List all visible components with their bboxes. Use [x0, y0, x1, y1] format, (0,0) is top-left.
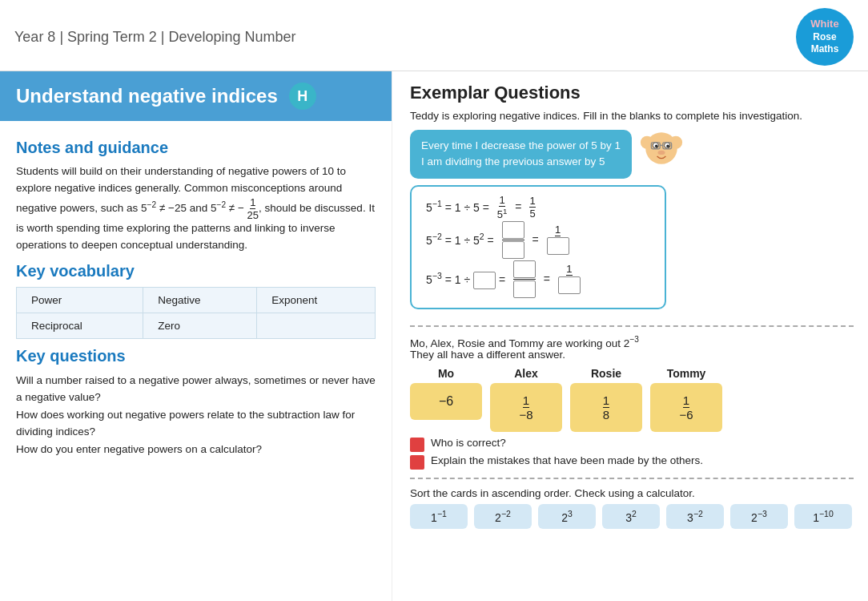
bullet-icon-1 — [410, 438, 424, 452]
teddy-row: Every time I decrease the power of 5 by … — [410, 130, 854, 179]
wo-name-mo: Mo — [438, 367, 454, 380]
indices-box: 5−1 = 1 ÷ 5 = 151 = 15 5−2 = 1 ÷ 52 = = … — [410, 185, 666, 309]
indices-row-2: 5−2 = 1 ÷ 52 = = 1 — [426, 221, 650, 259]
sort-cards: 1−1 2−2 23 32 3−2 2−3 1−10 — [410, 504, 854, 529]
wo-name-tommy: Tommy — [667, 367, 706, 380]
sort-card-2[interactable]: 2−2 — [474, 504, 532, 529]
exemplar-intro: Teddy is exploring negative indices. Fil… — [410, 110, 854, 122]
sort-intro: Sort the cards in ascending order. Check… — [410, 487, 854, 499]
logo: White Rose Maths — [796, 8, 854, 66]
vocab-title: Key vocabulary — [16, 262, 376, 280]
wo-intro1: Mo, Alex, Rosie and Tommy are working ou… — [410, 335, 854, 361]
q-row-1: Who is correct? — [410, 437, 854, 452]
header: Year 8 | Spring Term 2 | Developing Numb… — [0, 0, 868, 71]
sort-card-6[interactable]: 2−3 — [730, 504, 788, 529]
vocab-power: Power — [17, 287, 143, 313]
page-title: Understand negative indices — [16, 85, 278, 107]
vocab-table: Power Negative Exponent Reciprocal Zero — [16, 287, 376, 339]
wo-card-mo: Mo −6 — [410, 367, 482, 432]
table-row: Power Negative Exponent — [17, 287, 376, 313]
bullet-icon-2 — [410, 455, 424, 470]
exemplar-title: Exemplar Questions — [410, 83, 854, 103]
wo-answer-rosie: 18 — [570, 383, 642, 432]
sort-card-7[interactable]: 1−10 — [794, 504, 852, 529]
teddy-avatar — [640, 127, 683, 170]
logo-line3: Maths — [811, 43, 839, 56]
svg-point-2 — [645, 132, 677, 164]
left-header: Understand negative indices H — [0, 71, 392, 121]
notes-text: Students will build on their understandi… — [16, 163, 376, 254]
wo-answer-mo: −6 — [410, 383, 482, 420]
vocab-negative: Negative — [143, 287, 257, 313]
vocab-reciprocal: Reciprocal — [17, 313, 143, 338]
right-panel: Exemplar Questions Teddy is exploring ne… — [392, 71, 868, 601]
svg-point-5 — [655, 145, 658, 148]
divider-1 — [410, 325, 854, 327]
logo-line1: White — [810, 18, 838, 31]
wo-names-row: Mo −6 Alex 1−8 Rosie 18 Tommy — [410, 367, 854, 432]
vocab-zero: Zero — [143, 313, 257, 338]
wo-name-rosie: Rosie — [591, 367, 621, 380]
key-questions-text: Will a number raised to a negative power… — [16, 372, 376, 458]
notes-title: Notes and guidance — [16, 139, 376, 157]
vocab-exponent: Exponent — [257, 287, 376, 313]
sort-card-3[interactable]: 23 — [538, 504, 596, 529]
h-badge: H — [289, 83, 316, 110]
q-text-1: Who is correct? — [431, 437, 506, 449]
header-title: Year 8 | Spring Term 2 | Developing Numb… — [14, 29, 296, 46]
wo-card-alex: Alex 1−8 — [490, 367, 562, 432]
left-panel: Understand negative indices H Notes and … — [0, 71, 392, 601]
indices-row-3: 5−3 = 1 ÷ = = 1 — [426, 260, 650, 298]
sort-card-4[interactable]: 32 — [602, 504, 660, 529]
wo-card-tommy: Tommy 1−6 — [650, 367, 722, 432]
main-content: Understand negative indices H Notes and … — [0, 71, 868, 601]
wo-card-rosie: Rosie 18 — [570, 367, 642, 432]
svg-point-10 — [658, 151, 665, 155]
wo-answer-tommy: 1−6 — [650, 383, 722, 432]
left-body: Notes and guidance Students will build o… — [0, 121, 392, 466]
sort-card-1[interactable]: 1−1 — [410, 504, 468, 529]
divider-2 — [410, 478, 854, 479]
svg-point-6 — [666, 145, 669, 148]
kq-title: Key questions — [16, 347, 376, 365]
wo-name-alex: Alex — [514, 367, 538, 380]
speech-bubble: Every time I decrease the power of 5 by … — [410, 130, 632, 179]
indices-row-1: 5−1 = 1 ÷ 5 = 151 = 15 — [426, 195, 650, 220]
wo-answer-alex: 1−8 — [490, 383, 562, 432]
logo-line2: Rose — [813, 31, 836, 44]
q-text-2: Explain the mistakes that have been made… — [431, 454, 703, 466]
vocab-empty — [257, 313, 376, 338]
table-row: Reciprocal Zero — [17, 313, 376, 338]
sort-card-5[interactable]: 3−2 — [666, 504, 724, 529]
q-row-2: Explain the mistakes that have been made… — [410, 454, 854, 470]
